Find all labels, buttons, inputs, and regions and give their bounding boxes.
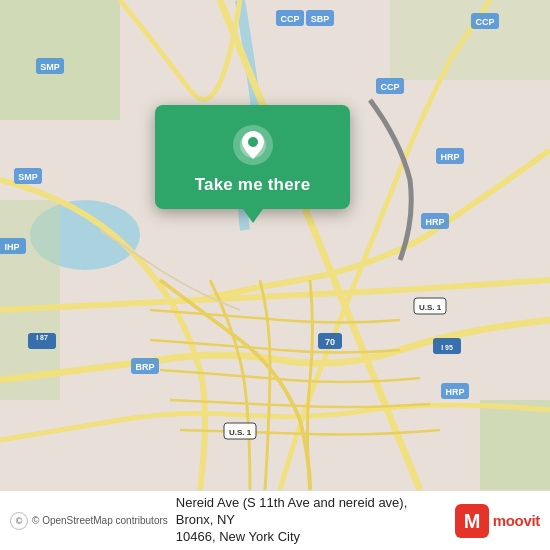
bottom-bar: © © OpenStreetMap contributors Nereid Av…	[0, 490, 550, 550]
svg-text:HRP: HRP	[425, 217, 444, 227]
svg-text:SMP: SMP	[40, 62, 60, 72]
svg-text:M: M	[463, 510, 480, 532]
popup-label: Take me there	[195, 175, 311, 195]
svg-text:CCP: CCP	[380, 82, 399, 92]
svg-text:U.S. 1: U.S. 1	[229, 428, 252, 437]
svg-text:SBP: SBP	[311, 14, 330, 24]
moovit-logo: M moovit	[455, 504, 540, 538]
svg-text:BRP: BRP	[135, 362, 154, 372]
moovit-text: moovit	[493, 512, 540, 529]
svg-point-40	[248, 137, 258, 147]
osm-logo: ©	[10, 512, 28, 530]
svg-text:U.S. 1: U.S. 1	[419, 303, 442, 312]
svg-text:70: 70	[325, 337, 335, 347]
svg-rect-5	[390, 0, 550, 80]
svg-text:IHP: IHP	[4, 242, 19, 252]
svg-text:I 95: I 95	[441, 344, 453, 351]
svg-text:SMP: SMP	[18, 172, 38, 182]
map-background: CCP CCP CCP SBP SMP SMP HRP HRP HRP IHP …	[0, 0, 550, 490]
osm-attribution: © OpenStreetMap contributors	[32, 515, 168, 526]
svg-text:HRP: HRP	[440, 152, 459, 162]
map-container: CCP CCP CCP SBP SMP SMP HRP HRP HRP IHP …	[0, 0, 550, 490]
take-me-there-popup[interactable]: Take me there	[155, 105, 350, 209]
svg-rect-3	[0, 200, 60, 400]
svg-text:I 87: I 87	[36, 334, 48, 341]
svg-text:HRP: HRP	[445, 387, 464, 397]
svg-rect-4	[480, 400, 550, 490]
address-line1: Nereid Ave (S 11th Ave and nereid ave), …	[176, 495, 408, 527]
moovit-icon: M	[455, 504, 489, 538]
svg-text:CCP: CCP	[475, 17, 494, 27]
bottom-address: Nereid Ave (S 11th Ave and nereid ave), …	[176, 495, 447, 546]
svg-text:CCP: CCP	[280, 14, 299, 24]
location-pin-icon	[231, 123, 275, 167]
address-line2: 10466, New York City	[176, 529, 300, 544]
